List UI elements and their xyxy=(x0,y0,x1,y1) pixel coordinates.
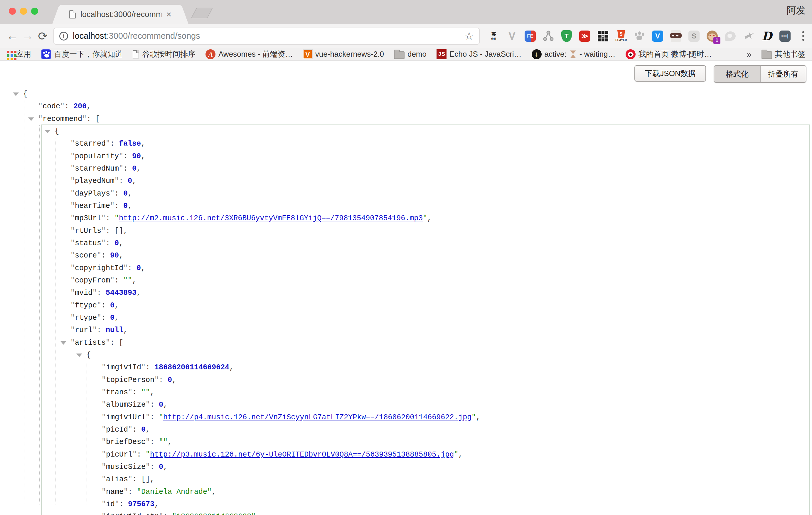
bookmark-weibo[interactable]: 我的首页 微博-随时… xyxy=(626,49,712,59)
bookmark-awesomes[interactable]: AAwesomes - 前端资… xyxy=(205,49,293,59)
json-key: img1v1Id xyxy=(106,363,141,372)
json-url-link[interactable]: http://p4.music.126.net/VnZiScyynLG7atLI… xyxy=(163,413,471,422)
json-number-value: false xyxy=(119,140,141,148)
json-row: "name": "Daniela Andrade", xyxy=(0,486,812,498)
shield-extension-icon[interactable]: T xyxy=(561,30,573,42)
tampermonkey-badge: 1 xyxy=(713,37,720,44)
json-key: picId xyxy=(106,425,128,434)
json-viewer: {"code": 200,"recommend": [{"starred": f… xyxy=(0,61,812,502)
json-key: rurl xyxy=(75,326,92,335)
address-bar[interactable]: i localhost:3000/recommend/songs ☆ xyxy=(53,28,480,45)
minimize-window-button[interactable] xyxy=(20,8,27,15)
maximize-window-button[interactable] xyxy=(31,8,38,15)
json-url-link[interactable]: http://m2.music.126.net/3XR6BU6yvtyVmFE8… xyxy=(119,214,423,223)
bookmarks-overflow-chevron[interactable]: » xyxy=(747,49,752,59)
bookmark-echojs[interactable]: JSEcho JS - JavaScri… xyxy=(437,49,522,59)
bookmark-active[interactable]: ↓active:- waiting… xyxy=(532,49,616,59)
page-icon xyxy=(133,50,139,58)
fe-extension-icon[interactable]: FE xyxy=(524,30,536,42)
json-key: code xyxy=(42,102,60,111)
paw-extension-icon[interactable] xyxy=(634,30,645,42)
json-row: "hearTime": 0, xyxy=(0,200,812,212)
s-extension-icon[interactable]: S xyxy=(688,30,700,42)
weibo-icon xyxy=(626,49,636,59)
bookmarks-bar: 应用 百度一下，你就知道 谷歌按时间排序 AAwesomes - 前端资… Vv… xyxy=(0,48,812,61)
sitemap-extension-icon[interactable] xyxy=(543,30,554,42)
tab-close-icon[interactable]: × xyxy=(166,9,171,19)
json-row: "img1v1Url": "http://p4.music.126.net/Vn… xyxy=(0,411,812,424)
bookmark-vue-hackernews[interactable]: Vvue-hackernews-2.0 xyxy=(303,50,384,59)
json-key: hearTime xyxy=(75,202,110,210)
json-url-link[interactable]: http://p3.music.126.net/6y-UleORITEDbvrO… xyxy=(150,450,454,459)
tab-favicon-document-icon xyxy=(69,10,76,19)
password-manager-extension-icon[interactable]: •••| xyxy=(779,30,791,42)
collapse-triangle-icon[interactable] xyxy=(13,92,19,96)
json-number-value: 0 xyxy=(110,314,115,322)
json-number-value: null xyxy=(106,326,123,335)
browser-tab[interactable]: localhost:3000/recommend/so × xyxy=(62,5,179,24)
bookmark-baidu[interactable]: 百度一下，你就知道 xyxy=(41,49,123,59)
forward-icon: → xyxy=(20,29,35,42)
proxy-mask-extension-icon[interactable] xyxy=(670,30,682,42)
collapse-triangle-icon[interactable] xyxy=(45,130,51,133)
reload-icon[interactable]: ⟳ xyxy=(35,29,51,43)
profile-name[interactable]: 阿发 xyxy=(787,4,806,17)
bookmark-apps[interactable]: 应用 xyxy=(6,49,31,59)
json-row: "playedNum": 0, xyxy=(0,175,812,187)
hummingbird-extension-icon[interactable] xyxy=(743,30,754,42)
json-row: "topicPerson": 0, xyxy=(0,374,812,387)
chrome-menu-icon[interactable] xyxy=(797,30,809,42)
close-window-button[interactable] xyxy=(9,8,16,15)
down-arrow-circle-icon: ↓ xyxy=(532,49,542,59)
tab-title: localhost:3000/recommend/so xyxy=(81,10,162,19)
back-icon[interactable]: ← xyxy=(5,29,20,42)
html5-player-extension-icon[interactable]: 5PLAYER xyxy=(615,30,627,42)
json-empty-array: [] xyxy=(141,475,150,484)
url-text[interactable]: localhost:3000/recommend/songs xyxy=(73,31,200,41)
json-open-bracket: { xyxy=(55,127,59,136)
qr-code-extension-icon[interactable] xyxy=(597,30,609,42)
folder-icon xyxy=(394,51,405,59)
json-string-value: "Daniela Andrade" xyxy=(137,488,212,496)
new-tab-button[interactable] xyxy=(191,8,213,18)
awesomes-a-icon: A xyxy=(205,49,215,59)
json-string-value: "" xyxy=(159,438,168,446)
json-key: name xyxy=(106,488,124,496)
d-extension-icon[interactable]: D xyxy=(761,30,773,42)
browser-window: localhost:3000/recommend/so × 阿发 ← → ⟳ i… xyxy=(0,0,812,515)
apps-grid-icon xyxy=(7,51,9,53)
json-number-value: 0 xyxy=(110,301,115,310)
json-row: "picId": 0, xyxy=(0,424,812,436)
json-number-value: 90 xyxy=(132,152,141,161)
json-string-value: "18686200114669622" xyxy=(172,512,256,515)
tampermonkey-extension-icon[interactable]: 1 xyxy=(706,30,718,42)
weibo-faded-extension-icon[interactable] xyxy=(725,30,736,42)
json-number-value: 975673 xyxy=(128,500,154,509)
json-row: "recommend": [ xyxy=(0,113,812,125)
json-row: "status": 0, xyxy=(0,237,812,250)
json-number-value: 0 xyxy=(128,177,132,185)
js-icon: JS xyxy=(437,49,446,59)
json-open-bracket: [ xyxy=(95,115,100,123)
json-open-bracket: [ xyxy=(119,339,123,347)
translate-extension-icon[interactable]: 英en xyxy=(488,30,500,42)
collapse-triangle-icon[interactable] xyxy=(60,341,66,345)
vue-devtools-icon[interactable]: V xyxy=(506,30,518,42)
json-string-value: "" xyxy=(123,276,132,285)
site-info-icon[interactable]: i xyxy=(59,32,68,40)
json-number-value: 18686200114669624 xyxy=(154,363,229,372)
json-row: "code": 200, xyxy=(0,101,812,113)
collapse-triangle-icon[interactable] xyxy=(28,117,34,121)
collapse-triangle-icon[interactable] xyxy=(76,353,82,357)
json-key: status xyxy=(75,239,101,248)
bookmark-google-sort[interactable]: 谷歌按时间排序 xyxy=(133,49,196,59)
json-number-value: 0 xyxy=(123,190,128,198)
json-key: popularity xyxy=(75,152,119,161)
json-key: img1v1Url xyxy=(106,413,146,422)
bookmark-folder-demo[interactable]: demo xyxy=(394,50,427,59)
bookmark-star-icon[interactable]: ☆ xyxy=(464,30,474,42)
fast-forward-extension-icon[interactable]: ≫ xyxy=(579,30,591,42)
json-key: id xyxy=(106,500,115,509)
bookmark-other-folder[interactable]: 其他书签 xyxy=(761,49,806,59)
blue-checklist-extension-icon[interactable]: V xyxy=(652,30,663,42)
